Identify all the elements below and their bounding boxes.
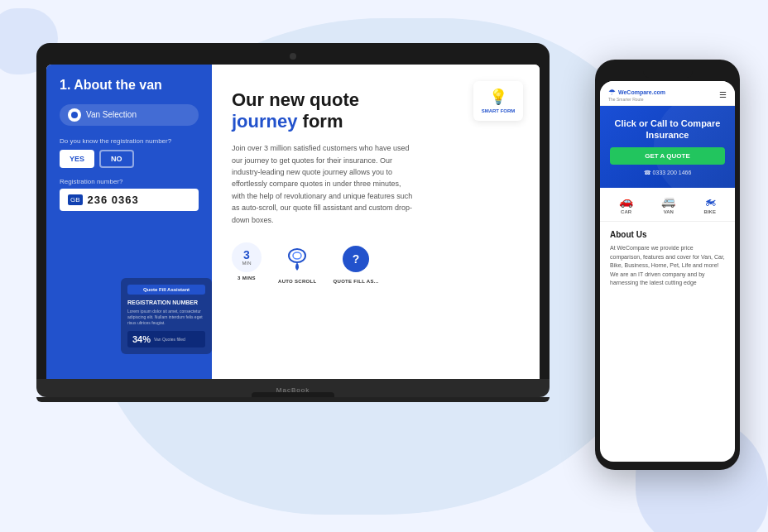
percent-number: 34% bbox=[132, 334, 151, 344]
feature-auto-scroll: AUTO SCROLL bbox=[278, 242, 317, 284]
about-text: At WeCompare we provide price comparison… bbox=[610, 244, 725, 288]
laptop-foot bbox=[36, 397, 550, 402]
quote-popup-percent: 34% Van Quotes filled bbox=[127, 331, 205, 347]
van-label: VAN bbox=[664, 209, 674, 214]
quote-popup-title: Quote Fill Assistant bbox=[127, 285, 205, 295]
yes-no-row: YES NO bbox=[60, 150, 199, 168]
quote-popup-text: Lorem ipsum dolor sit amet, consectetur … bbox=[127, 309, 205, 326]
mins-badge: 3 MIN bbox=[232, 242, 262, 272]
reg-flag: GB bbox=[68, 194, 83, 205]
phone-notch bbox=[643, 68, 693, 78]
auto-scroll-label: AUTO SCROLL bbox=[278, 279, 317, 284]
features-row: 3 MIN 3 MINS bbox=[232, 242, 520, 284]
logo-sub: The Smarter Route bbox=[608, 97, 665, 102]
laptop-screen-wrapper: 1. About the van Van Selection Do you kn… bbox=[36, 43, 550, 379]
feature-mins: 3 MIN 3 MINS bbox=[232, 242, 262, 280]
van-icon: 🚐 bbox=[661, 194, 675, 208]
phone-number: ☎ 0333 200 1466 bbox=[610, 170, 725, 176]
van-selection-label: Van Selection bbox=[86, 110, 137, 119]
laptop-screen: 1. About the van Van Selection Do you kn… bbox=[46, 65, 540, 379]
content-panel: 💡 SMART FORM Our new quote journey form … bbox=[212, 65, 540, 379]
laptop-notch bbox=[252, 392, 334, 397]
about-title: About Us bbox=[610, 230, 725, 239]
reg-label: Registration number? bbox=[60, 178, 199, 185]
wecompare-logo: ☂ WeCompare.com The Smarter Route bbox=[608, 88, 665, 102]
percent-label: Van Quotes filled bbox=[154, 337, 185, 342]
phone-screen: ☂ WeCompare.com The Smarter Route ☰ Clic… bbox=[600, 81, 735, 462]
form-question: Do you know the registration number? bbox=[60, 137, 199, 145]
reg-input-display: GB 236 0363 bbox=[60, 189, 199, 211]
auto-scroll-icon bbox=[281, 242, 314, 276]
vehicle-bike[interactable]: 🏍 BIKE bbox=[704, 194, 716, 214]
van-selection-badge: Van Selection bbox=[60, 104, 199, 126]
quote-popup-reg: REGISTRATION NUMBER bbox=[127, 300, 205, 305]
bike-icon: 🏍 bbox=[704, 194, 716, 208]
mins-unit: MIN bbox=[242, 261, 252, 266]
vehicle-type-row: 🚗 CAR 🚐 VAN 🏍 BIKE bbox=[600, 188, 735, 222]
quote-popup: Quote Fill Assistant REGISTRATION NUMBER… bbox=[121, 278, 212, 354]
laptop-camera bbox=[290, 53, 296, 60]
content-description: Join over 3 million satisfied customers … bbox=[232, 142, 414, 226]
phone-header: ☂ WeCompare.com The Smarter Route ☰ bbox=[600, 81, 735, 106]
smart-form-badge: 💡 SMART FORM bbox=[473, 81, 523, 121]
title-part1: Our new quote bbox=[232, 89, 359, 110]
title-journey: journey bbox=[232, 111, 297, 132]
logo-text: WeCompare.com bbox=[618, 89, 665, 95]
reg-number: 236 0363 bbox=[88, 194, 139, 206]
phone-about-section: About Us At WeCompare we provide price c… bbox=[600, 222, 735, 296]
feature-quote-fill: ? QUOTE FILL AS... bbox=[334, 242, 379, 284]
phone-body: ☂ WeCompare.com The Smarter Route ☰ Clic… bbox=[595, 60, 740, 470]
selection-dot-inner bbox=[71, 112, 78, 118]
no-button[interactable]: NO bbox=[99, 150, 134, 168]
bike-label: BIKE bbox=[704, 209, 716, 214]
quote-fill-icon: ? bbox=[339, 242, 372, 276]
logo-top: ☂ WeCompare.com bbox=[608, 88, 665, 97]
title-part2: form bbox=[303, 111, 343, 132]
phone-device: ☂ WeCompare.com The Smarter Route ☰ Clic… bbox=[595, 60, 740, 470]
quote-fill-label: QUOTE FILL AS... bbox=[334, 279, 379, 284]
yes-button[interactable]: YES bbox=[60, 150, 94, 168]
hamburger-icon[interactable]: ☰ bbox=[719, 90, 727, 99]
car-icon: 🚗 bbox=[619, 194, 633, 208]
mins-label: 3 MINS bbox=[238, 276, 256, 280]
svg-point-1 bbox=[293, 252, 301, 259]
laptop-base: MacBook bbox=[36, 379, 550, 397]
form-step-title: 1. About the van bbox=[60, 78, 199, 93]
vehicle-van[interactable]: 🚐 VAN bbox=[661, 194, 675, 214]
car-label: CAR bbox=[621, 209, 631, 214]
umbrella-icon: ☂ bbox=[608, 88, 616, 97]
mins-number: 3 bbox=[243, 249, 250, 261]
main-scene: 1. About the van Van Selection Do you kn… bbox=[12, 10, 756, 523]
hero-title: Click or Call to Compare Insurance bbox=[610, 117, 725, 141]
smart-form-label: SMART FORM bbox=[482, 108, 516, 114]
svg-point-0 bbox=[289, 249, 305, 262]
phone-hero: Click or Call to Compare Insurance GET A… bbox=[600, 106, 735, 189]
qf-icon-circle: ? bbox=[343, 246, 369, 272]
vehicle-car[interactable]: 🚗 CAR bbox=[619, 194, 633, 214]
form-panel: 1. About the van Van Selection Do you kn… bbox=[46, 65, 212, 379]
get-quote-button[interactable]: GET A QUOTE bbox=[610, 147, 725, 165]
bulb-icon: 💡 bbox=[489, 88, 507, 106]
selection-dot bbox=[68, 108, 81, 122]
laptop-device: 1. About the van Van Selection Do you kn… bbox=[36, 43, 550, 402]
